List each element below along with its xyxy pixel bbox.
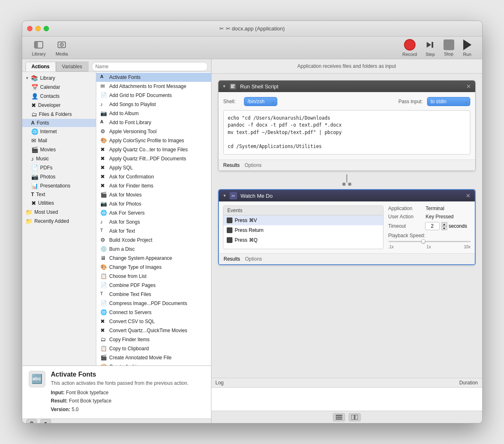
columns-view-button[interactable] xyxy=(348,413,361,421)
timeout-input[interactable] xyxy=(425,222,440,230)
run-shell-script-title: Run Shell Script xyxy=(240,83,462,90)
sidebar-item-presentations[interactable]: 📊 Presentations xyxy=(22,181,96,190)
list-item[interactable]: 📷 Ask for Photos xyxy=(96,199,211,208)
list-item[interactable]: ✖ Convert CSV to SQL xyxy=(96,317,211,326)
record-button[interactable]: Record xyxy=(400,37,419,58)
media-button[interactable]: Media xyxy=(52,37,71,58)
columns-icon xyxy=(351,415,358,420)
tab-options-wmd[interactable]: Options xyxy=(245,256,262,262)
list-item[interactable]: 📄 Add Grid to PDF Documents xyxy=(96,91,211,100)
bottom-panel: 🔤 Activate Fonts This action activates t… xyxy=(22,365,211,423)
close-wmd-button[interactable]: ✕ xyxy=(466,192,471,199)
list-item[interactable]: ⚙ Build Xcode Project xyxy=(96,236,211,245)
music-icon: ♪ xyxy=(31,155,34,162)
list-item[interactable]: ♪ Ask for Songs xyxy=(96,217,211,227)
tab-results-wmd[interactable]: Results xyxy=(224,256,240,262)
close-shell-button[interactable]: ✕ xyxy=(466,83,471,90)
recently-added-icon: 📁 xyxy=(26,218,33,224)
most-used-icon: 📁 xyxy=(26,209,33,215)
list-item[interactable]: 📄 Combine PDF Pages xyxy=(96,281,211,290)
list-item[interactable]: 🎨 Change Type of Images xyxy=(96,263,211,272)
list-item[interactable]: T Ask for Text xyxy=(96,227,211,236)
playback-slider[interactable] xyxy=(388,241,471,242)
list-item[interactable]: ✉ Add Attachments to Front Message xyxy=(96,82,211,91)
wmd-event-item[interactable]: Press Return xyxy=(223,225,383,235)
list-item[interactable]: 📋 Copy to Clipboard xyxy=(96,344,211,353)
list-item[interactable]: ✖ Convert Quartz...QuickTime Movies xyxy=(96,326,211,335)
list-item[interactable]: ✖ Ask for Finder Items xyxy=(96,181,211,190)
sidebar-item-internet[interactable]: 🌐 Internet xyxy=(22,127,96,136)
list-view-button[interactable] xyxy=(333,413,345,421)
slider-thumb[interactable] xyxy=(421,239,425,243)
list-item[interactable]: 🌐 Ask For Servers xyxy=(96,208,211,217)
list-item[interactable]: 🎬 Create Annotated Movie File xyxy=(96,353,211,362)
list-item[interactable]: A Add to Font Library xyxy=(96,118,211,127)
list-item[interactable]: A Activate Fonts xyxy=(96,73,211,82)
sidebar-item-mail[interactable]: ✉ Mail xyxy=(22,136,96,145)
maximize-button[interactable] xyxy=(44,26,49,31)
list-item[interactable]: ⚙ Apple Versioning Tool xyxy=(96,127,211,136)
step-button[interactable]: Step xyxy=(422,37,439,58)
prop-playback: Playback Speed: .1x 1x 10x xyxy=(388,233,471,249)
tab-options-shell[interactable]: Options xyxy=(245,162,262,168)
tab-variables[interactable]: Variables xyxy=(56,62,88,72)
dropdown-button[interactable]: ▾ xyxy=(40,419,51,423)
list-item[interactable]: 💿 Burn a Disc xyxy=(96,245,211,254)
action-icon: T xyxy=(100,291,107,298)
sidebar-item-pdfs[interactable]: 📄 PDFs xyxy=(22,163,96,172)
list-item[interactable]: 📦 Create Archive xyxy=(96,362,211,365)
run-shell-script-block: ▼ Run Shell Script ✕ Shell: /bin/zsh xyxy=(218,80,476,171)
list-item[interactable]: 📷 Add to Album xyxy=(96,109,211,118)
stepper-up[interactable]: ▲ xyxy=(441,222,447,226)
sidebar-item-text[interactable]: T Text xyxy=(22,190,96,199)
search-input[interactable] xyxy=(92,62,208,71)
sidebar-item-music[interactable]: ♪ Music xyxy=(22,154,96,163)
shell-code-area[interactable]: echo "cd /Users/kounarushi/Downloadspand… xyxy=(223,110,470,155)
run-button[interactable]: Run xyxy=(459,37,476,58)
wmd-event-item[interactable]: Press ⌘V xyxy=(223,215,383,225)
minimize-button[interactable] xyxy=(35,26,41,31)
sidebar-item-contacts[interactable]: 👤 Contacts xyxy=(22,92,96,101)
stepper-down[interactable]: ▼ xyxy=(441,226,447,230)
left-tabs: Actions Variables xyxy=(22,59,211,72)
gear-button[interactable]: ⚙ xyxy=(26,419,37,423)
tab-actions[interactable]: Actions xyxy=(26,62,56,72)
collapse-wmd-icon[interactable]: ▼ xyxy=(223,194,227,198)
list-item[interactable]: ✖ Apply Quartz Filt...PDF Documents xyxy=(96,154,211,163)
sidebar-item-calendar[interactable]: 📅 Calendar xyxy=(22,83,96,92)
list-item[interactable]: 📋 Choose from List xyxy=(96,272,211,281)
wmd-event-item[interactable]: Press ⌘Q xyxy=(223,235,383,245)
sidebar-item-movies[interactable]: 🎬 Movies xyxy=(22,145,96,154)
prop-user-action: User Action Key Pressed xyxy=(388,214,471,220)
sidebar-item-developer[interactable]: ✖ Developer xyxy=(22,101,96,110)
list-item[interactable]: 🖥 Change System Appearance xyxy=(96,254,211,263)
list-item[interactable]: 🗂 Copy Finder Items xyxy=(96,335,211,344)
action-icon: 🎨 xyxy=(100,264,107,271)
list-item[interactable]: 📄 Compress Image...PDF Documents xyxy=(96,299,211,308)
list-item[interactable]: 🎬 Ask for Movies xyxy=(96,190,211,199)
list-item[interactable]: ✖ Ask for Confirmation xyxy=(96,172,211,181)
tab-results-shell[interactable]: Results xyxy=(223,162,240,168)
library-button[interactable]: Library xyxy=(29,37,49,58)
list-item[interactable]: ♪ Add Songs to Playlist xyxy=(96,100,211,109)
list-item[interactable]: ✖ Apply SQL xyxy=(96,163,211,172)
action-icon: ⚙ xyxy=(100,128,107,135)
list-item[interactable]: ✖ Apply Quartz Co...ter to Image Files xyxy=(96,145,211,154)
shell-select[interactable]: /bin/zsh /bin/bash xyxy=(244,97,277,106)
sidebar-item-recently-added[interactable]: 📁 Recently Added xyxy=(22,217,96,226)
list-item[interactable]: 🌐 Connect to Servers xyxy=(96,308,211,317)
version-label: Version: xyxy=(51,407,72,412)
sidebar-item-utilities[interactable]: ✖ Utilities xyxy=(22,199,96,208)
list-item[interactable]: 🎨 Apply ColorSync Profile to Images xyxy=(96,136,211,145)
sidebar-item-fonts[interactable]: A Fonts xyxy=(22,119,96,127)
sidebar-item-files[interactable]: 🗂 Files & Folders xyxy=(22,110,96,119)
stop-button[interactable]: Stop xyxy=(441,38,457,58)
svg-rect-11 xyxy=(336,415,342,416)
sidebar-item-library[interactable]: ▼ 📚 Library xyxy=(22,74,96,83)
list-item[interactable]: T Combine Text Files xyxy=(96,290,211,299)
sidebar-item-photos[interactable]: 📷 Photos xyxy=(22,172,96,181)
sidebar-item-most-used[interactable]: 📁 Most Used xyxy=(22,208,96,217)
pass-input-select[interactable]: to stdin as arguments xyxy=(427,97,470,106)
close-button[interactable] xyxy=(27,26,33,31)
collapse-icon[interactable]: ▼ xyxy=(223,84,226,88)
